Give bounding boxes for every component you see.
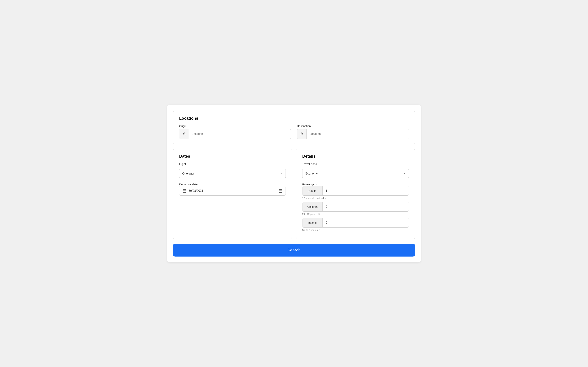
origin-input[interactable]: [189, 129, 291, 139]
destination-field-group: Destination: [297, 125, 409, 139]
departure-date-value: 30/08/2021: [189, 189, 276, 192]
origin-input-wrapper: [179, 129, 291, 139]
travel-class-select-wrapper: Economy Business First: [302, 169, 409, 178]
search-button[interactable]: Search: [173, 244, 415, 257]
children-hint: 2 to 12 years old: [302, 213, 409, 216]
passengers-group: Passengers Adults 12 years old and older…: [302, 183, 409, 231]
adults-input[interactable]: [323, 186, 409, 195]
dates-title: Dates: [179, 154, 286, 159]
children-input[interactable]: [323, 202, 409, 211]
details-section: Details Travel class Economy Business Fi…: [296, 149, 415, 239]
destination-input-wrapper: [297, 129, 409, 139]
flight-type-select[interactable]: One-way Round-trip Multi-city: [179, 169, 286, 178]
location-pin-icon: [300, 132, 304, 136]
infants-input-wrapper: Infants: [302, 218, 409, 227]
svg-point-0: [183, 133, 185, 134]
svg-point-1: [301, 133, 303, 134]
dates-section: Dates Flight One-way Round-trip Multi-ci…: [173, 149, 292, 239]
locations-title: Locations: [179, 116, 409, 121]
infants-row: Infants Up to 2 years old: [302, 218, 409, 231]
locations-section: Locations Origin Destination: [173, 111, 415, 144]
infants-label: Infants: [303, 218, 323, 227]
calendar-left-icon: [182, 189, 186, 193]
departure-date-section: Departure date 30/08/2021: [179, 183, 286, 196]
origin-field-group: Origin: [179, 125, 291, 139]
locations-row: Origin Destination: [179, 125, 409, 139]
destination-icon-box: [297, 129, 307, 139]
flight-type-group: Flight One-way Round-trip Multi-city: [179, 162, 286, 178]
adults-row: Adults 12 years old and older: [302, 186, 409, 200]
calendar-right-icon[interactable]: [278, 189, 283, 193]
destination-label: Destination: [297, 125, 409, 127]
destination-input[interactable]: [307, 129, 409, 139]
svg-rect-6: [279, 189, 282, 192]
date-input-wrapper[interactable]: 30/08/2021: [179, 186, 286, 196]
flight-label: Flight: [179, 162, 286, 166]
flight-select-wrapper: One-way Round-trip Multi-city: [179, 169, 286, 178]
origin-label: Origin: [179, 125, 291, 127]
adults-hint: 12 years old and older: [302, 197, 409, 200]
children-row: Children 2 to 12 years old: [302, 202, 409, 216]
adults-label: Adults: [303, 186, 323, 195]
children-label: Children: [303, 202, 323, 211]
person-icon: [182, 132, 186, 136]
travel-class-select[interactable]: Economy Business First: [302, 169, 409, 178]
children-input-wrapper: Children: [302, 202, 409, 212]
infants-input[interactable]: [323, 218, 409, 227]
infants-hint: Up to 2 years old: [302, 229, 409, 231]
svg-rect-2: [183, 189, 186, 192]
origin-icon-box: [179, 129, 189, 139]
departure-label: Departure date: [179, 183, 198, 186]
details-title: Details: [302, 154, 409, 159]
bottom-row: Dates Flight One-way Round-trip Multi-ci…: [173, 149, 415, 239]
passengers-label: Passengers: [302, 183, 317, 186]
adults-input-wrapper: Adults: [302, 186, 409, 196]
main-container: Locations Origin Destination: [167, 105, 421, 262]
travel-class-group: Travel class Economy Business First: [302, 162, 409, 178]
travel-class-label: Travel class: [302, 162, 409, 166]
